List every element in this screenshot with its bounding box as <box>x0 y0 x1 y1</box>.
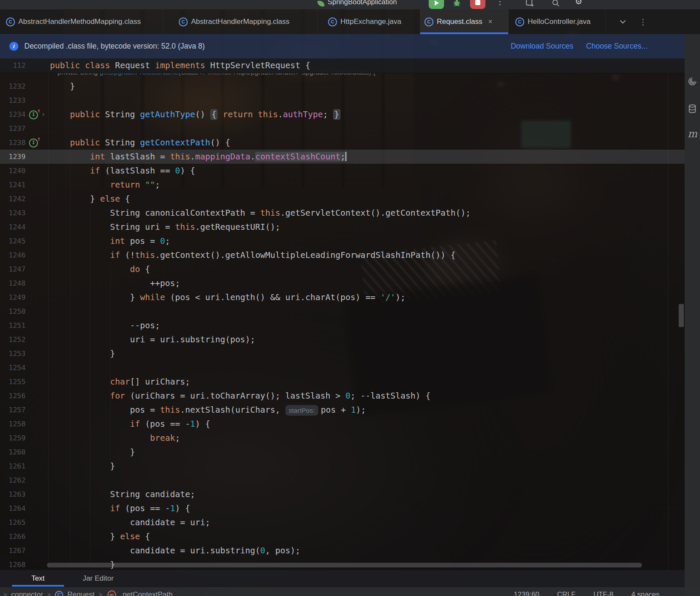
code-line-1245[interactable]: 1245 int pos = 0; <box>0 234 685 248</box>
line-number: 1238 <box>0 136 26 150</box>
code-text: candidate = uri; <box>50 515 210 529</box>
code-line-1267[interactable]: 1267 candidate = uri.substring(0, pos); <box>0 544 685 558</box>
code-line-1262[interactable]: 1262 <box>0 473 685 487</box>
code-token: . <box>278 110 283 119</box>
code-line-1265[interactable]: 1265 candidate = uri; <box>0 515 685 529</box>
implements-gutter-icon[interactable]: I↑ <box>29 139 38 148</box>
code-token <box>50 152 90 162</box>
code-line-1244[interactable]: 1244 String uri = this.getRequestURI(); <box>0 220 685 234</box>
code-line-1249[interactable]: 1249 } while (pos < uri.length() && uri.… <box>0 290 685 304</box>
code-editor[interactable]: 1232 }12331234I↑› public String getAuthT… <box>0 0 700 596</box>
code-token: ); <box>395 292 405 302</box>
layout-windows-icon[interactable] <box>526 0 534 7</box>
code-line-1233[interactable]: 1233 <box>0 93 685 107</box>
code-line-1232[interactable]: 1232 } <box>0 79 685 93</box>
code-line-1250[interactable]: 1250 <box>0 304 685 318</box>
code-line-1266[interactable]: 1266 } else { <box>0 529 685 544</box>
code-token: String candidate; <box>50 489 195 499</box>
code-text: for (uriChars = uri.toCharArray(); lastS… <box>50 389 430 403</box>
code-token: this <box>260 208 280 218</box>
code-text: } else { <box>50 529 150 544</box>
settings-gear-icon[interactable]: ⚙ <box>575 0 582 6</box>
code-line-1242[interactable]: 1242 } else { <box>0 192 685 206</box>
code-line-1247[interactable]: 1247 do { <box>0 262 685 276</box>
code-line-1263[interactable]: 1263 String candidate; <box>0 487 685 501</box>
choose-sources-link[interactable]: Choose Sources... <box>586 42 648 51</box>
vertical-scrollbar[interactable] <box>679 304 684 327</box>
tab-options-icon[interactable]: ⋮ <box>639 9 647 34</box>
close-icon[interactable]: × <box>488 18 492 26</box>
code-text: pos = this.nextSlash(uriChars, startPos:… <box>50 403 366 417</box>
code-line-1259[interactable]: 1259 break; <box>0 431 685 445</box>
horizontal-scrollbar[interactable] <box>47 563 642 567</box>
code-token: ) { <box>175 503 190 513</box>
code-line-1243[interactable]: 1243 String canonicalContextPath = this.… <box>0 206 685 220</box>
sticky-header-line[interactable]: 112 public class Request implements Http… <box>0 58 685 73</box>
code-line-1248[interactable]: 1248 ++pos; <box>0 276 685 290</box>
editor-tab-abstracthandlermapping-class[interactable]: CAbstractHandlerMapping.class <box>163 9 318 34</box>
caret-position-widget[interactable]: 1239:60 <box>514 590 539 596</box>
breadcrumb-getcontextpath[interactable]: getContextPath <box>123 590 173 596</box>
tab-text[interactable]: Text <box>12 570 64 587</box>
code-line-1238[interactable]: 1238I↑ public String getContextPath() { <box>0 136 685 150</box>
run-configuration-selector[interactable]: SpringBootApplication <box>328 0 397 7</box>
run-button[interactable] <box>429 0 444 9</box>
maven-tool-icon[interactable]: m <box>688 129 697 139</box>
code-token: } <box>50 349 115 359</box>
code-token: '/' <box>380 292 395 302</box>
code-token: if <box>110 503 120 513</box>
debug-button[interactable] <box>453 0 461 7</box>
code-text: if (pos == -1) { <box>50 501 190 515</box>
code-line-1257[interactable]: 1257 pos = this.nextSlash(uriChars, star… <box>0 403 685 417</box>
spring-tool-icon[interactable] <box>688 77 697 86</box>
editor-tab-abstracthandlermethodmapping-class[interactable]: CAbstractHandlerMethodMapping.class <box>0 9 163 34</box>
editor-tab-request-class[interactable]: CRequest.class× <box>420 9 508 34</box>
code-line-1255[interactable]: 1255 char[] uriChars; <box>0 375 685 389</box>
editor-tab-hellocontroller-java[interactable]: CHelloController.java <box>508 9 606 34</box>
database-tool-icon[interactable] <box>688 104 697 113</box>
code-line-1237[interactable]: 1237 <box>0 122 685 136</box>
breadcrumb-request[interactable]: Request <box>67 590 94 596</box>
code-token: . <box>250 152 256 162</box>
breadcrumb: > connector > C Request > m getContextPa… <box>3 590 173 596</box>
code-text: String canonicalContextPath = this.getSe… <box>50 206 471 220</box>
line-number: 1256 <box>0 389 26 403</box>
code-line-1254[interactable]: 1254 <box>0 361 685 375</box>
code-line-1264[interactable]: 1264 if (pos == -1) { <box>0 501 685 515</box>
download-sources-link[interactable]: Download Sources <box>511 42 573 51</box>
code-line-1260[interactable]: 1260 } <box>0 445 685 459</box>
code-line-1258[interactable]: 1258 if (pos == -1) { <box>0 417 685 431</box>
code-token: getAuthType <box>140 110 195 119</box>
code-line-1246[interactable]: 1246 if (!this.getContext().getAllowMult… <box>0 248 685 262</box>
code-text: do { <box>50 262 150 276</box>
breadcrumb-connector[interactable]: connector <box>11 590 43 596</box>
code-line-1253[interactable]: 1253 } <box>0 347 685 361</box>
line-separator-widget[interactable]: CRLF <box>557 590 575 596</box>
more-actions-icon[interactable]: ⋮ <box>496 0 504 6</box>
code-line-1252[interactable]: 1252 uri = uri.substring(pos); <box>0 333 685 347</box>
tab-jar-editor[interactable]: Jar Editor <box>68 570 128 587</box>
sticky-line-number: 112 <box>0 58 26 73</box>
indent-widget[interactable]: 4 spaces <box>631 590 659 596</box>
code-line-1239[interactable]: 1239 int lastSlash = this.mappingData.co… <box>0 150 685 164</box>
code-line-1241[interactable]: 1241 return ""; <box>0 178 685 192</box>
tab-overflow-chevron-icon[interactable] <box>619 9 626 34</box>
line-number: 1234 <box>0 107 26 122</box>
line-number: 1254 <box>0 361 26 375</box>
code-token: { <box>120 194 130 204</box>
code-token: 1 <box>190 419 195 429</box>
implements-gutter-icon[interactable]: I↑ <box>29 110 38 119</box>
fold-chevron-icon[interactable]: › <box>41 107 45 122</box>
code-line-1251[interactable]: 1251 --pos; <box>0 318 685 333</box>
code-line-1240[interactable]: 1240 if (lastSlash == 0) { <box>0 164 685 178</box>
code-token: if <box>130 419 140 429</box>
line-number: 1237 <box>0 122 26 136</box>
code-line-1234[interactable]: 1234I↑› public String getAuthType() { re… <box>0 107 685 122</box>
search-icon[interactable] <box>552 0 560 7</box>
encoding-widget[interactable]: UTF-8 <box>593 590 613 596</box>
code-line-1256[interactable]: 1256 for (uriChars = uri.toCharArray(); … <box>0 389 685 403</box>
editor-tab-httpexchange-java[interactable]: CHttpExchange.java <box>318 9 420 34</box>
stop-button[interactable] <box>470 0 485 9</box>
code-token: String <box>100 110 140 119</box>
code-line-1261[interactable]: 1261 } <box>0 459 685 473</box>
